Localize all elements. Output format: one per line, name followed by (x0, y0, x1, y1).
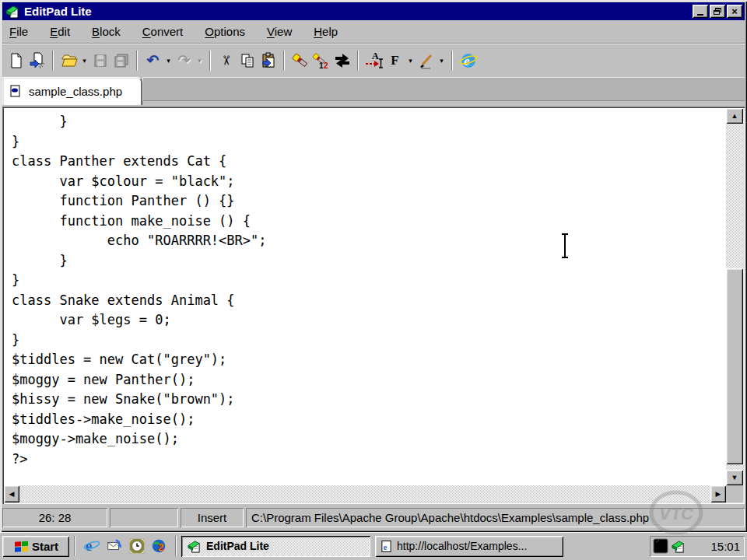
code-line: $moggy = new Panther(); (12, 370, 726, 390)
toolbar-separator (451, 51, 453, 71)
scroll-down-button[interactable]: ▼ (726, 470, 743, 485)
windows-logo-icon (13, 540, 29, 553)
tab-sample-class-php[interactable]: sample_class.php (2, 77, 142, 105)
code-line: } (12, 132, 726, 152)
cut-button[interactable]: ✂ (216, 50, 237, 71)
code-line: var $colour = "black"; (12, 172, 726, 192)
copy-button[interactable] (237, 50, 258, 71)
undo-dropdown[interactable]: ▾ (163, 50, 174, 71)
save-all-button[interactable] (110, 50, 132, 71)
replace-button[interactable] (331, 50, 352, 71)
redo-button[interactable]: ↷ (174, 50, 195, 71)
horizontal-scroll-track[interactable] (19, 485, 710, 502)
menu-file[interactable]: File (2, 23, 35, 40)
new-document-button[interactable] (5, 50, 26, 71)
app-window: EditPad Lite × File Edit Block Convert O… (0, 0, 747, 532)
code-line: } (12, 251, 726, 271)
menu-options[interactable]: Options (198, 23, 252, 40)
task-label: EditPad Lite (206, 540, 269, 552)
find-button[interactable] (289, 50, 310, 71)
code-line: echo "ROARRRR!<BR>"; (12, 231, 726, 251)
minimize-icon (697, 14, 703, 16)
menu-edit[interactable]: Edit (43, 23, 77, 40)
quicklaunch-world-button[interactable]: 2 (149, 536, 170, 557)
toolbar-separator (283, 51, 285, 71)
quicklaunch-mail-button[interactable] (103, 536, 124, 557)
save-all-icon (113, 52, 130, 69)
code-line: ?> (12, 450, 726, 470)
menu-convert[interactable]: Convert (135, 23, 191, 40)
toolbar: ▾ ↶ ▾ ↷ ▾ ✂ (2, 45, 745, 75)
ie-page-icon (381, 540, 392, 553)
quicklaunch-channels-button[interactable] (126, 536, 147, 557)
vertical-scroll-thumb[interactable] (726, 268, 743, 464)
undo-icon: ↶ (147, 51, 160, 69)
toolbar-separator (136, 51, 138, 71)
chevron-down-icon: ▾ (82, 57, 86, 65)
browser-button[interactable]: e (458, 50, 479, 71)
code-line: var $legs = 0; (12, 310, 726, 331)
menu-block[interactable]: Block (85, 23, 128, 40)
horizontal-scrollbar[interactable]: ◀ ▶ (4, 485, 726, 502)
find-next-icon: 1 2 (312, 51, 331, 70)
find-next-button[interactable]: 1 2 (310, 50, 331, 71)
task-button-editpad[interactable]: EditPad Lite (181, 536, 370, 557)
font-dropdown[interactable]: ▾ (405, 50, 416, 71)
window-title: EditPad Lite (24, 5, 691, 18)
scroll-up-button[interactable]: ▲ (726, 108, 743, 124)
tray-display-icon[interactable] (653, 538, 668, 554)
minimize-button[interactable] (693, 5, 708, 18)
ie-globe-icon: e (459, 51, 478, 70)
title-bar[interactable]: EditPad Lite × (2, 2, 745, 20)
vertical-scrollbar[interactable]: ▲ ▼ (726, 108, 743, 485)
menu-help[interactable]: Help (307, 23, 345, 40)
restore-icon (714, 8, 721, 15)
scroll-left-button[interactable]: ◀ (4, 485, 19, 502)
paste-button[interactable] (258, 50, 279, 71)
menu-bar: File Edit Block Convert Options View Hel… (2, 20, 745, 44)
toolbar-separator (357, 51, 359, 71)
undo-button[interactable]: ↶ (142, 50, 163, 71)
goto-button[interactable]: A (363, 50, 384, 71)
editpad-task-icon (187, 540, 202, 553)
save-button[interactable] (89, 50, 110, 71)
page-blue-arrow-icon (29, 52, 46, 69)
pencil-icon (418, 52, 435, 69)
open-file-dropdown[interactable]: ▾ (79, 50, 89, 71)
insert-mode-panel: Insert (181, 508, 244, 527)
tab-bar: sample_class.php (2, 75, 745, 107)
close-button[interactable]: × (727, 5, 742, 18)
ie-icon: e (83, 537, 100, 555)
new-document-icon (8, 52, 25, 69)
status-bar: 26: 28 Insert C:\Program Files\Apache Gr… (2, 506, 745, 530)
desktop: e EditPad Lite × File Edit Block Convert… (0, 0, 747, 560)
quicklaunch-ie-button[interactable]: e (81, 536, 102, 557)
scroll-right-button[interactable]: ▶ (710, 485, 726, 502)
code-line: } (12, 112, 726, 132)
code-line: function Panther () {} (12, 191, 726, 212)
code-editor[interactable]: } } class Panther extends Cat { var $col… (4, 108, 726, 485)
menu-view[interactable]: View (260, 23, 299, 40)
editpad-app-icon (5, 5, 20, 19)
tray-editpad-icon[interactable] (671, 540, 686, 553)
code-line: class Panther extends Cat { (12, 152, 726, 172)
vertical-scroll-track[interactable] (726, 124, 743, 470)
replace-icon (333, 51, 352, 70)
code-line: $tiddles->make_noise(); (12, 410, 726, 430)
taskbar-clock[interactable]: 15:01 (688, 540, 740, 553)
restore-button[interactable] (710, 5, 725, 18)
new-window-button[interactable] (26, 50, 47, 71)
start-label: Start (32, 540, 58, 553)
svg-text:2: 2 (324, 61, 328, 70)
tab-label: sample_class.php (29, 85, 122, 98)
font-button[interactable]: F (384, 50, 405, 71)
open-file-button[interactable] (58, 50, 79, 71)
task-button-browser[interactable]: http://localhost/Examples... (375, 536, 563, 557)
start-button[interactable]: Start (2, 536, 69, 557)
pen-button[interactable] (416, 50, 437, 71)
redo-dropdown[interactable]: ▾ (195, 50, 205, 71)
pen-dropdown[interactable]: ▾ (437, 50, 447, 71)
scroll-up-icon: ▲ (731, 113, 738, 120)
cut-icon: ✂ (218, 54, 234, 65)
status-empty-panel (110, 508, 178, 527)
